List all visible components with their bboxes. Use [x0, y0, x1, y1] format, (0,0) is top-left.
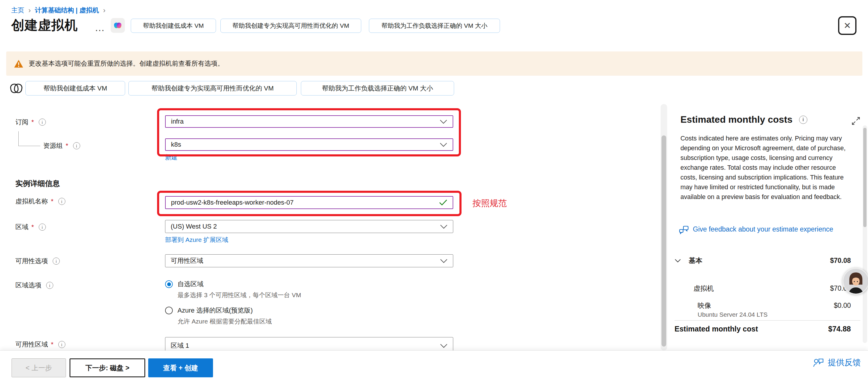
cost-total-value: $74.88 [828, 325, 851, 333]
estimate-feedback-link[interactable]: Give feedback about your estimate experi… [679, 225, 856, 235]
cost-panel-divider [675, 320, 860, 321]
cost-group-row: 基本 $70.08 [675, 256, 851, 265]
availability-options-dropdown[interactable]: 可用性区域 [165, 254, 453, 267]
cost-panel-title: Estimated monthly costs [680, 114, 807, 125]
close-button[interactable]: ✕ [838, 16, 857, 35]
create-new-resource-group-link[interactable]: 新建 [165, 153, 178, 161]
chevron-down-icon[interactable] [675, 259, 681, 263]
form-scrollbar-thumb[interactable] [661, 135, 666, 347]
cost-row-vm: 虚拟机 $70.08 [675, 284, 851, 293]
info-icon[interactable] [39, 119, 46, 126]
availability-options-label: 可用性选项 [16, 257, 60, 265]
more-options-button[interactable]: … [95, 22, 105, 33]
cost-value: $70.08 [830, 257, 851, 265]
footer-bar: < 上一步 下一步: 磁盘 > 查看 + 创建 提供反馈 [0, 350, 868, 385]
chevron-down-icon [440, 120, 447, 124]
info-icon[interactable] [53, 258, 60, 265]
radio-selected-icon[interactable] [165, 280, 173, 288]
info-icon[interactable] [73, 142, 80, 149]
required-marker: * [51, 197, 54, 205]
availability-zone-label: 可用性区域 * [16, 340, 65, 349]
required-marker: * [31, 223, 34, 231]
next-step-disks-button[interactable]: 下一步: 磁盘 > [69, 358, 145, 377]
copilot-logo-icon [113, 21, 122, 30]
chevron-down-icon [440, 224, 447, 229]
provide-feedback-link[interactable]: 提供反馈 [813, 357, 861, 368]
presenter-avatar [842, 268, 868, 294]
instance-details-section-title: 实例详细信息 [16, 179, 60, 188]
copilot-suggestion-high-availability[interactable]: 帮助我创建专为实现高可用性而优化的 VM [220, 19, 361, 33]
warning-text: 更改基本选项可能会重置所做的选择。创建虚拟机前查看所有选项。 [29, 59, 224, 68]
zone-option-self-select-desc: 最多选择 3 个可用性区域，每个区域一台 VM [178, 291, 301, 299]
breadcrumb: 主页 › 计算基础结构 | 虚拟机 › [11, 6, 105, 15]
vm-name-input[interactable]: prod-usw2-k8s-freeleaps-worker-nodes-07 [165, 196, 453, 209]
breadcrumb-separator: › [103, 6, 105, 14]
copilot-suggestion-low-cost[interactable]: 帮助我创建低成本 VM [131, 19, 216, 33]
subscription-dropdown[interactable]: infra [165, 115, 453, 128]
copilot-suggestion-vm-size[interactable]: 帮助我为工作负载选择正确的 VM 大小 [369, 19, 500, 33]
chevron-down-icon [440, 344, 447, 348]
feedback-bubbles-icon [679, 225, 689, 235]
copilot-suggestion-low-cost-2[interactable]: 帮助我创建低成本 VM [26, 81, 125, 96]
resource-group-label: 资源组 * [43, 141, 80, 150]
copilot-outline-icon [9, 82, 23, 95]
breadcrumb-section-link[interactable]: 计算基础结构 | 虚拟机 [35, 6, 99, 15]
close-icon: ✕ [843, 21, 851, 31]
subscription-label: 订阅 * [16, 118, 46, 127]
previous-step-button[interactable]: < 上一步 [11, 358, 66, 377]
info-icon[interactable] [58, 341, 65, 348]
warning-banner: 更改基本选项可能会重置所做的选择。创建虚拟机前查看所有选项。 [6, 52, 862, 76]
zone-option-azure-select[interactable]: Azure 选择的区域(预览版) [165, 306, 253, 315]
zone-option-self-select[interactable]: 自选区域 [165, 280, 204, 289]
chevron-down-icon [440, 142, 447, 147]
deploy-edge-zone-link[interactable]: 部署到 Azure 扩展区域 [165, 236, 228, 244]
review-create-button[interactable]: 查看 + 创建 [148, 358, 213, 377]
resource-group-tree-connector [18, 131, 40, 146]
info-icon[interactable] [46, 282, 53, 289]
info-icon[interactable] [58, 198, 65, 205]
zone-option-azure-select-desc: 允许 Azure 根据需要分配最佳区域 [178, 317, 272, 326]
region-dropdown[interactable]: (US) West US 2 [165, 220, 453, 233]
copilot-suggestion-high-availability-2[interactable]: 帮助我创建专为实现高可用性而优化的 VM [128, 81, 297, 96]
chevron-down-icon [440, 259, 447, 263]
info-icon[interactable] [39, 224, 46, 231]
copilot-button[interactable] [111, 18, 125, 33]
cost-value: $0.00 [834, 301, 851, 310]
info-icon[interactable] [799, 116, 807, 124]
valid-check-icon [439, 199, 447, 206]
cost-total-row: Estimated monthly cost $74.88 [675, 325, 851, 333]
required-marker: * [51, 341, 54, 348]
breadcrumb-separator: › [28, 6, 31, 14]
resource-group-dropdown[interactable]: k8s [165, 138, 453, 151]
copilot-suggestion-vm-size-2[interactable]: 帮助我为工作负载选择正确的 VM 大小 [301, 81, 454, 96]
zone-options-label: 区域选项 [16, 281, 53, 290]
page-title: 创建虚拟机 [11, 17, 78, 34]
warning-triangle-icon [14, 59, 23, 68]
required-marker: * [66, 142, 68, 150]
vm-name-label: 虚拟机名称 * [16, 197, 65, 206]
radio-unselected-icon[interactable] [165, 307, 173, 314]
panel-scrollbar-thumb[interactable] [863, 128, 867, 227]
breadcrumb-home-link[interactable]: 主页 [11, 6, 24, 15]
annotation-note: 按照规范 [472, 197, 507, 210]
person-feedback-icon [813, 357, 824, 367]
region-label: 区域 * [16, 223, 46, 231]
cost-row-image-sub: Ubuntu Server 24.04 LTS [698, 311, 768, 318]
cost-panel-description: Costs indicated here are estimates only.… [680, 134, 852, 202]
collapse-panel-icon[interactable] [851, 117, 860, 125]
cost-row-image: 映像 $0.00 [675, 301, 851, 310]
required-marker: * [31, 118, 34, 126]
